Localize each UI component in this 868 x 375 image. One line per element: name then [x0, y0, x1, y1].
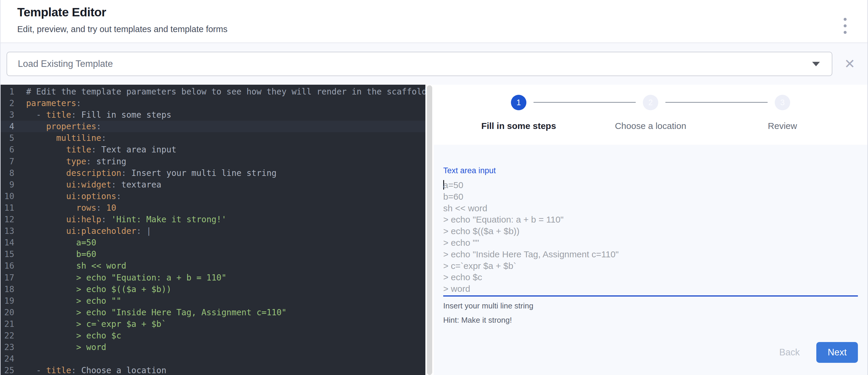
editor-line[interactable]: 3 - title: Fill in some steps [1, 109, 425, 121]
editor-lines: 1# Edit the template parameters below to… [1, 86, 425, 375]
editor-line[interactable]: 14 a=50 [1, 237, 425, 248]
dot [844, 31, 847, 34]
kebab-menu-icon[interactable] [841, 16, 849, 36]
line-code: multiline: [14, 132, 106, 144]
editor-line[interactable]: 10 ui:options: [1, 190, 425, 202]
load-template-select-value: Load Existing Template [18, 59, 812, 69]
textarea-placeholder-line: > c=`expr $a + $b` [443, 260, 858, 272]
textarea-placeholder-line: > echo "Equation: a + b = 110" [443, 214, 858, 225]
line-code: description: Insert your multi line stri… [14, 167, 277, 179]
page-title: Template Editor [17, 5, 227, 19]
editor-line[interactable]: 6 title: Text area input [1, 144, 425, 155]
line-code: > echo "" [14, 295, 121, 307]
stepper-connector [533, 102, 636, 103]
line-code: > echo "Equation: a + b = 110" [14, 272, 226, 283]
line-code: sh << word [14, 260, 126, 272]
editor-line[interactable]: 13 ui:placeholder: | [1, 225, 425, 237]
editor-line[interactable]: 2parameters: [1, 97, 425, 109]
editor-line[interactable]: 9 ui:widget: textarea [1, 179, 425, 190]
next-button[interactable]: Next [816, 342, 858, 363]
stepper-connector [665, 102, 768, 103]
line-code: > echo $(($a + $b)) [14, 283, 172, 295]
editor-line[interactable]: 7 type: string [1, 156, 425, 167]
form-area: Text area input a=50b=60sh << word> echo… [434, 145, 867, 375]
line-code: rows: 10 [14, 202, 116, 214]
line-number: 25 [1, 365, 14, 375]
line-number: 12 [1, 214, 14, 225]
editor-line[interactable]: 5 multiline: [1, 132, 425, 144]
line-number: 4 [1, 121, 14, 132]
textarea-placeholder-line: > echo $c [443, 272, 858, 283]
editor-line[interactable]: 15 b=60 [1, 248, 425, 260]
step-circle[interactable]: 3 [775, 95, 790, 110]
step-circle[interactable]: 1 [511, 95, 526, 110]
line-code: type: string [14, 156, 126, 167]
line-code: ui:options: [14, 190, 121, 202]
line-number: 1 [1, 86, 14, 97]
editor-line[interactable]: 22 > echo $c [1, 330, 425, 341]
editor-line[interactable]: 4 properties: [1, 121, 425, 132]
page-subtitle: Edit, preview, and try out templates and… [17, 24, 227, 34]
text-cursor [443, 180, 444, 190]
editor-line[interactable]: 25 - title: Choose a location [1, 365, 425, 375]
line-code: > c=`expr $a + $b` [14, 318, 166, 330]
editor-line[interactable]: 11 rows: 10 [1, 202, 425, 214]
clear-selection-button[interactable]: ✕ [842, 56, 858, 72]
editor-line[interactable]: 18 > echo $(($a + $b)) [1, 283, 425, 295]
step-circle[interactable]: 2 [643, 95, 658, 110]
line-number: 14 [1, 237, 14, 248]
line-number: 18 [1, 283, 14, 295]
line-code: a=50 [14, 237, 96, 248]
line-number: 21 [1, 318, 14, 330]
editor-scrollbar-thumb[interactable] [427, 85, 432, 375]
editor-line[interactable]: 17 > echo "Equation: a + b = 110" [1, 272, 425, 283]
dot [844, 18, 847, 21]
line-code: b=60 [14, 248, 96, 260]
line-number: 20 [1, 307, 14, 318]
line-number: 17 [1, 272, 14, 283]
line-number: 5 [1, 132, 14, 144]
header: Template Editor Edit, preview, and try o… [1, 0, 867, 43]
stepper: 123 Fill in some stepsChoose a locationR… [434, 85, 867, 131]
field-help-hint: Hint: Make it strong! [443, 316, 858, 325]
line-code: parameters: [14, 97, 81, 109]
editor-line[interactable]: 19 > echo "" [1, 295, 425, 307]
line-number: 16 [1, 260, 14, 272]
line-code: - title: Fill in some steps [14, 109, 172, 121]
line-code: > echo $c [14, 330, 121, 341]
editor-line[interactable]: 24 [1, 353, 425, 365]
line-number: 8 [1, 167, 14, 179]
code-editor[interactable]: 1# Edit the template parameters below to… [1, 85, 425, 375]
editor-line[interactable]: 8 description: Insert your multi line st… [1, 167, 425, 179]
back-button[interactable]: Back [774, 344, 805, 361]
line-code: ui:placeholder: | [14, 225, 151, 237]
textarea-placeholder-line: a=50 [443, 180, 858, 191]
load-template-bar: Load Existing Template ✕ [1, 43, 867, 85]
load-template-select[interactable]: Load Existing Template [6, 52, 832, 76]
textarea-placeholder-line: sh << word [443, 202, 858, 214]
multiline-textarea[interactable]: a=50b=60sh << word> echo "Equation: a + … [443, 180, 858, 296]
line-code: # Edit the template parameters below to … [14, 86, 425, 97]
stepper-circles: 123 [453, 95, 848, 110]
line-number: 10 [1, 190, 14, 202]
template-editor-page: Template Editor Edit, preview, and try o… [0, 0, 868, 375]
editor-line[interactable]: 12 ui:help: 'Hint: Make it strong!' [1, 214, 425, 225]
textarea-placeholder-line: > word [443, 283, 858, 295]
line-code: ui:widget: textarea [14, 179, 161, 190]
editor-line[interactable]: 1# Edit the template parameters below to… [1, 86, 425, 97]
line-number: 11 [1, 202, 14, 214]
editor-line[interactable]: 20 > echo "Inside Here Tag, Assignment c… [1, 307, 425, 318]
preview-panel: 123 Fill in some stepsChoose a locationR… [434, 85, 867, 375]
editor-line[interactable]: 16 sh << word [1, 260, 425, 272]
line-number: 24 [1, 353, 14, 365]
textarea-placeholder-line: b=60 [443, 191, 858, 202]
line-code [14, 353, 26, 365]
editor-line[interactable]: 21 > c=`expr $a + $b` [1, 318, 425, 330]
editor-scrollbar[interactable] [425, 85, 434, 375]
step-label: Review [768, 121, 797, 131]
line-number: 13 [1, 225, 14, 237]
editor-line[interactable]: 23 > word [1, 341, 425, 353]
header-titles: Template Editor Edit, preview, and try o… [17, 5, 227, 34]
line-code: title: Text area input [14, 144, 177, 155]
textarea-placeholder-line: > echo "Inside Here Tag, Assignment c=11… [443, 249, 858, 260]
